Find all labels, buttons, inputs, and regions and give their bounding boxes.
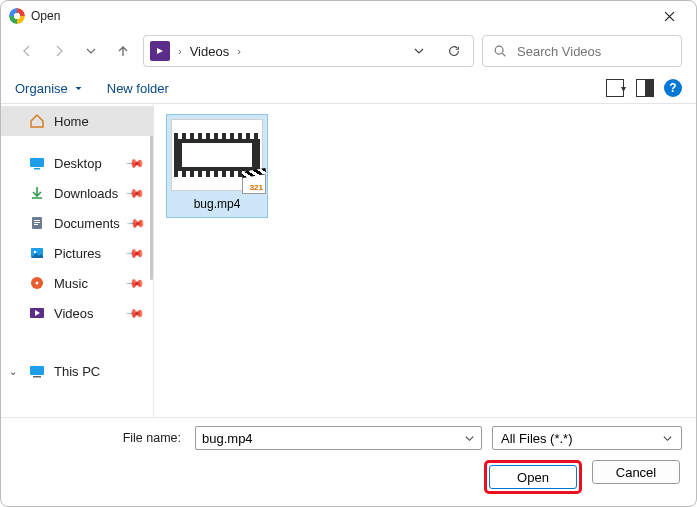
- sidebar-item-videos[interactable]: Videos 📌: [1, 298, 153, 328]
- chevron-down-icon: ▾: [621, 83, 626, 94]
- file-list[interactable]: 321 bug.mp4: [153, 104, 696, 417]
- svg-rect-12: [30, 366, 44, 375]
- thispc-icon: [29, 363, 45, 379]
- sidebar-item-pictures[interactable]: Pictures 📌: [1, 238, 153, 268]
- file-label: bug.mp4: [194, 197, 241, 211]
- organise-menu[interactable]: Organise: [15, 81, 83, 96]
- window-title: Open: [31, 9, 60, 23]
- search-box[interactable]: [482, 35, 682, 67]
- pin-icon: 📌: [126, 213, 147, 234]
- sidebar-item-home[interactable]: Home: [1, 106, 153, 136]
- footer: File name: All Files (*.*) Open Cancel: [1, 417, 696, 506]
- forward-button[interactable]: [47, 36, 71, 66]
- pin-icon: 📌: [125, 273, 146, 294]
- nav-row: › Videos ›: [1, 31, 696, 73]
- pin-icon: 📌: [125, 243, 146, 264]
- svg-point-0: [495, 46, 503, 54]
- preview-pane-button[interactable]: [636, 79, 654, 97]
- search-icon: [493, 44, 507, 58]
- sidebar-item-desktop[interactable]: Desktop 📌: [1, 148, 153, 178]
- close-button[interactable]: [648, 1, 690, 31]
- sidebar-item-label: This PC: [54, 364, 100, 379]
- sidebar-item-documents[interactable]: Documents 📌: [1, 208, 153, 238]
- filename-combobox[interactable]: [195, 426, 482, 450]
- sidebar-item-label: Downloads: [54, 186, 118, 201]
- clapper-icon: 321: [242, 174, 266, 194]
- sidebar-item-thispc[interactable]: ⌄ This PC: [1, 356, 153, 386]
- filter-label: All Files (*.*): [501, 431, 573, 446]
- breadcrumb-current[interactable]: Videos: [190, 44, 230, 59]
- pin-icon: 📌: [125, 153, 146, 174]
- filename-input[interactable]: [202, 431, 458, 446]
- sidebar-item-label: Videos: [54, 306, 94, 321]
- chevron-right-icon: ›: [178, 45, 182, 57]
- sidebar-item-label: Pictures: [54, 246, 101, 261]
- svg-rect-1: [30, 158, 44, 167]
- music-icon: [29, 275, 45, 291]
- search-input[interactable]: [517, 44, 685, 59]
- main-area: Home Desktop 📌 Downloads 📌 Documents 📌 P…: [1, 103, 696, 417]
- svg-rect-4: [34, 220, 40, 221]
- chevron-right-icon[interactable]: ›: [237, 45, 241, 57]
- chevron-down-icon: [662, 433, 673, 444]
- chevron-down-icon: [74, 84, 83, 93]
- breadcrumb[interactable]: › Videos ›: [143, 35, 474, 67]
- pictures-icon: [29, 245, 45, 261]
- refresh-button[interactable]: [441, 44, 467, 58]
- videos-icon: [29, 305, 45, 321]
- chevron-down-icon[interactable]: [458, 433, 475, 444]
- breadcrumb-dropdown[interactable]: [405, 45, 433, 57]
- sidebar-item-label: Home: [54, 114, 89, 129]
- chevron-down-icon[interactable]: ⌄: [9, 366, 17, 377]
- desktop-icon: [29, 155, 45, 171]
- sidebar: Home Desktop 📌 Downloads 📌 Documents 📌 P…: [1, 104, 153, 417]
- svg-point-8: [34, 251, 37, 254]
- downloads-icon: [29, 185, 45, 201]
- view-mode-button[interactable]: ▾: [606, 79, 626, 97]
- file-thumbnail: 321: [171, 119, 263, 191]
- sidebar-item-label: Documents: [54, 216, 120, 231]
- title-bar: Open: [1, 1, 696, 31]
- documents-icon: [29, 215, 45, 231]
- cancel-button[interactable]: Cancel: [592, 460, 680, 484]
- file-type-filter[interactable]: All Files (*.*): [492, 426, 682, 450]
- new-folder-button[interactable]: New folder: [107, 81, 169, 96]
- pin-icon: 📌: [125, 303, 146, 324]
- up-button[interactable]: [111, 36, 135, 66]
- svg-rect-2: [34, 168, 40, 170]
- pin-icon: 📌: [125, 183, 146, 204]
- recent-dropdown[interactable]: [79, 36, 103, 66]
- svg-rect-5: [34, 222, 40, 223]
- help-button[interactable]: ?: [664, 79, 682, 97]
- filename-label: File name:: [15, 431, 185, 445]
- sidebar-item-music[interactable]: Music 📌: [1, 268, 153, 298]
- organise-label: Organise: [15, 81, 68, 96]
- file-item[interactable]: 321 bug.mp4: [166, 114, 268, 218]
- back-button[interactable]: [15, 36, 39, 66]
- svg-point-10: [36, 282, 39, 285]
- svg-rect-13: [33, 376, 41, 378]
- sidebar-item-label: Music: [54, 276, 88, 291]
- videos-folder-icon: [150, 41, 170, 61]
- open-button-highlight: Open: [484, 460, 582, 494]
- toolbar: Organise New folder ▾ ?: [1, 73, 696, 103]
- open-button[interactable]: Open: [489, 465, 577, 489]
- sidebar-item-downloads[interactable]: Downloads 📌: [1, 178, 153, 208]
- svg-rect-6: [34, 224, 38, 225]
- sidebar-item-label: Desktop: [54, 156, 102, 171]
- app-icon: [9, 8, 25, 24]
- home-icon: [29, 113, 45, 129]
